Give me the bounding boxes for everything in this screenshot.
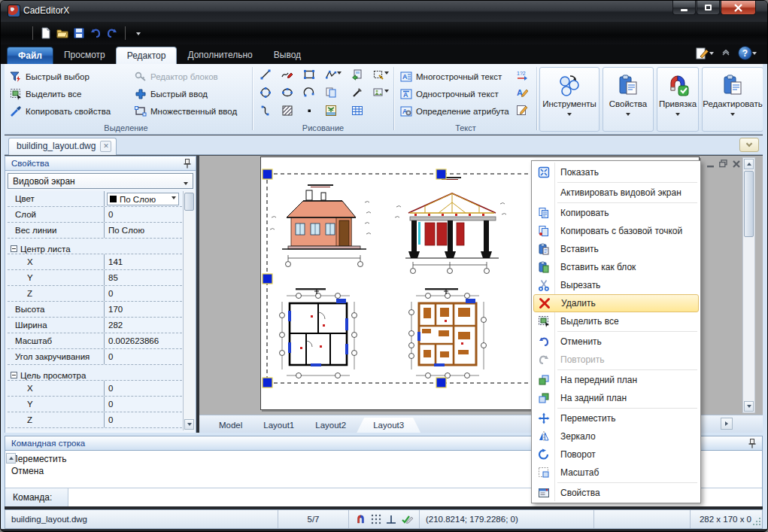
- layout-tab-model[interactable]: Model: [208, 418, 253, 433]
- edit-style-button[interactable]: [696, 47, 714, 59]
- menu-item-copy-basepoint[interactable]: Копировать с базовой точкой: [533, 222, 699, 240]
- pin-icon[interactable]: [748, 439, 756, 448]
- property-row[interactable]: Y85: [8, 270, 182, 286]
- scrollbar-thumb[interactable]: [744, 171, 754, 237]
- hatch-button[interactable]: [281, 105, 293, 120]
- ortho-icon[interactable]: [386, 515, 396, 524]
- tab-extra[interactable]: Дополнительно: [177, 47, 263, 64]
- scroll-down-button[interactable]: [744, 401, 754, 412]
- dtext-button[interactable]: A Однострочный текст: [400, 87, 499, 101]
- property-row[interactable]: X141: [8, 254, 182, 270]
- menu-item-redo[interactable]: Повторить: [533, 351, 699, 369]
- draw-line-button[interactable]: [260, 68, 272, 84]
- menu-item-paste-as-block[interactable]: Вставить как блок: [533, 258, 699, 276]
- panel-chevron-button[interactable]: [739, 138, 759, 152]
- canvas-vertical-scrollbar[interactable]: [742, 157, 755, 413]
- child-minimize-button[interactable]: [705, 159, 716, 169]
- properties-header[interactable]: Свойства: [5, 157, 196, 171]
- minimize-button[interactable]: [672, 1, 696, 15]
- property-row[interactable]: Z0: [8, 286, 182, 302]
- collapse-icon[interactable]: [11, 245, 17, 252]
- property-row[interactable]: Высота170: [8, 302, 182, 318]
- select-all-button[interactable]: Выделить все: [10, 87, 81, 101]
- child-restore-button[interactable]: [718, 159, 729, 169]
- draw-check-icon[interactable]: [401, 514, 413, 524]
- property-row[interactable]: Z0: [8, 412, 182, 428]
- resize-grip[interactable]: [751, 518, 760, 527]
- snap-menu-button[interactable]: Привязка: [657, 67, 699, 132]
- help-button[interactable]: ?: [738, 46, 757, 60]
- scroll-right-button[interactable]: [721, 418, 733, 430]
- property-row[interactable]: Вес линииПо Слою: [8, 223, 182, 239]
- scroll-down-button[interactable]: [184, 419, 194, 430]
- menu-item-mirror[interactable]: Зеркало: [533, 427, 699, 445]
- pin-icon[interactable]: [184, 159, 191, 169]
- tools-menu-button[interactable]: Инструменты: [539, 67, 600, 132]
- spellcheck-button[interactable]: A: [516, 87, 528, 102]
- draw-spline-button[interactable]: [260, 105, 272, 120]
- menu-item-move[interactable]: Переместить: [533, 409, 699, 427]
- save-button[interactable]: [71, 25, 87, 41]
- properties-menu-button[interactable]: Свойства: [603, 67, 654, 132]
- block-editor-button[interactable]: Редактор блоков: [135, 69, 218, 84]
- draw-circle-button[interactable]: [260, 87, 272, 102]
- draw-leader-button[interactable]: [351, 87, 363, 102]
- property-row[interactable]: Ширина282: [8, 318, 182, 333]
- property-group-row[interactable]: Центр листа: [8, 239, 182, 254]
- property-group-row[interactable]: Цель просмотра: [8, 365, 182, 381]
- scroll-up-button[interactable]: [6, 453, 16, 464]
- property-row[interactable]: X0: [8, 381, 182, 397]
- edit-text-button[interactable]: [516, 104, 528, 119]
- insert-block-button[interactable]: [351, 68, 363, 84]
- scroll-up-button[interactable]: [744, 159, 754, 169]
- multiple-input-button[interactable]: Множественный ввод: [135, 104, 237, 118]
- snap-magnet-icon[interactable]: [355, 514, 366, 525]
- draw-polyline-button[interactable]: [325, 68, 342, 81]
- redo-button[interactable]: [104, 25, 120, 41]
- menu-item-copy[interactable]: Копировать: [533, 204, 699, 222]
- document-tab[interactable]: building_layout.dwg ✕: [8, 138, 117, 155]
- menu-item-delete[interactable]: Удалить: [533, 294, 699, 312]
- draw-rectangle-button[interactable]: [303, 68, 315, 84]
- menu-item-send-back[interactable]: На задний план: [533, 389, 699, 407]
- properties-scrollbar[interactable]: [183, 191, 195, 430]
- document-close-icon[interactable]: ✕: [100, 141, 111, 152]
- color-combo[interactable]: По Слою: [107, 193, 179, 205]
- edit-menu-button[interactable]: Редактировать: [702, 67, 763, 132]
- quick-input-button[interactable]: Быстрый ввод: [135, 87, 208, 101]
- raster-image-button[interactable]: [325, 105, 337, 120]
- match-properties-button[interactable]: Копировать свойства: [10, 104, 111, 118]
- layout-tab-1[interactable]: Layout1: [253, 418, 305, 433]
- toolbar-overflow-button[interactable]: [130, 25, 147, 41]
- draw-point-button[interactable]: [303, 105, 315, 120]
- insert-image-button[interactable]: [372, 87, 389, 99]
- scrollbar-thumb[interactable]: [184, 193, 194, 211]
- menu-item-undo[interactable]: Отменить: [533, 333, 699, 351]
- draw-sketch-button[interactable]: [281, 68, 293, 84]
- layout-tab-3[interactable]: Layout3: [357, 418, 420, 433]
- menu-item-show[interactable]: Показать: [533, 163, 699, 181]
- quick-select-button[interactable]: Быстрый выбор: [10, 69, 90, 84]
- draw-boundary-button[interactable]: [372, 68, 389, 81]
- entity-type-select[interactable]: Видовой экран: [8, 173, 193, 189]
- property-row[interactable]: Масштаб0.002623866: [8, 333, 182, 349]
- layout-tab-2[interactable]: Layout2: [305, 418, 357, 433]
- collapse-icon[interactable]: [11, 372, 17, 378]
- property-row-color[interactable]: Цвет По Слою: [8, 191, 182, 207]
- menu-item-rotate[interactable]: Поворот: [533, 445, 699, 464]
- numbering-button[interactable]: 1?2: [516, 69, 528, 84]
- menu-item-activate-viewport[interactable]: Активировать видовой экран: [533, 184, 699, 202]
- menu-item-properties[interactable]: Свойства: [533, 484, 699, 502]
- close-button[interactable]: [721, 1, 756, 15]
- menu-item-scale[interactable]: Масштаб: [533, 464, 699, 482]
- tab-view[interactable]: Просмотр: [53, 47, 116, 64]
- maximize-button[interactable]: [697, 1, 720, 15]
- menu-item-paste[interactable]: Вставить: [533, 240, 699, 258]
- open-file-button[interactable]: [54, 25, 71, 41]
- tab-file[interactable]: Файл: [7, 47, 53, 64]
- insert-table-button[interactable]: [351, 105, 363, 120]
- menu-item-cut[interactable]: Вырезать: [533, 276, 699, 294]
- menu-item-select-all[interactable]: Выделить все: [533, 312, 699, 330]
- attribute-def-button[interactable]: A Определение атрибута: [400, 104, 509, 118]
- property-row[interactable]: Слой0: [8, 207, 182, 223]
